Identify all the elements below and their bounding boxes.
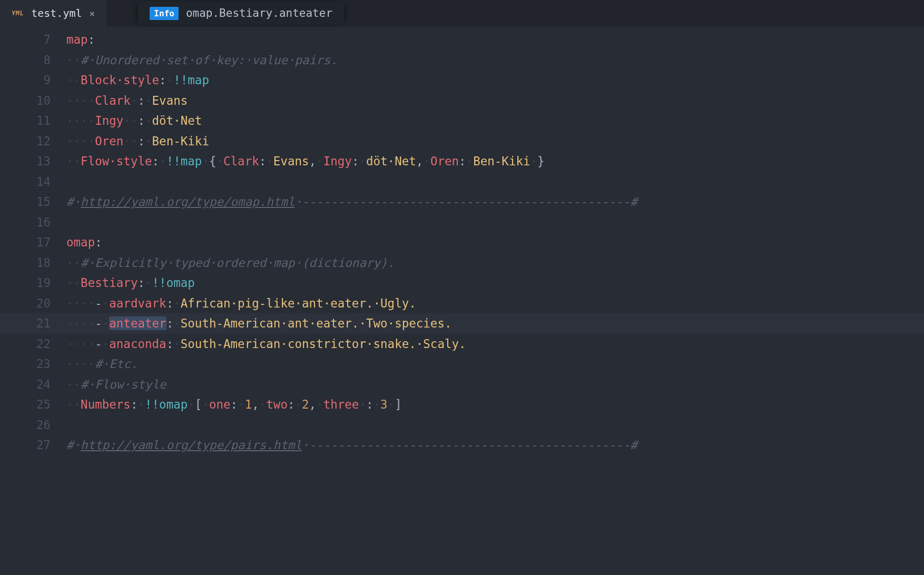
line-number: 16 <box>0 212 66 233</box>
line-content[interactable]: ····-·anteater:·South-American·ant·eater… <box>66 313 924 334</box>
line-number: 21 <box>0 313 66 334</box>
line-number: 7 <box>0 29 66 50</box>
line-number: 22 <box>0 334 66 354</box>
code-editor[interactable]: 7map:8··#·Unordered·set·of·key:·value·pa… <box>0 26 924 455</box>
code-line[interactable]: 25··Numbers:·!!omap·[·one:·1,·two:·2,·th… <box>0 394 924 415</box>
line-number: 9 <box>0 70 66 91</box>
line-content[interactable]: ····#·Etc. <box>66 354 924 374</box>
info-badge: Info <box>150 7 179 20</box>
line-number: 20 <box>0 293 66 314</box>
code-line[interactable]: 17omap: <box>0 232 924 253</box>
line-content[interactable]: ··#·Explicitly·typed·ordered·map·(dictio… <box>66 253 924 273</box>
line-content[interactable]: map: <box>66 29 924 50</box>
line-content[interactable] <box>66 415 924 435</box>
line-content[interactable]: ··Flow·style:·!!map·{·Clark:·Evans,·Ingy… <box>66 151 924 172</box>
code-line[interactable]: 14 <box>0 172 924 192</box>
code-line[interactable]: 8··#·Unordered·set·of·key:·value·pairs. <box>0 50 924 71</box>
line-content[interactable]: ··Block·style:·!!map <box>66 70 924 91</box>
yaml-file-icon: YML <box>11 9 24 17</box>
line-content[interactable]: ··Numbers:·!!omap·[·one:·1,·two:·2,·thre… <box>66 394 924 415</box>
line-number: 13 <box>0 151 66 172</box>
line-number: 12 <box>0 131 66 152</box>
line-content[interactable]: ··#·Flow·style <box>66 374 924 395</box>
line-content[interactable]: ··#·Unordered·set·of·key:·value·pairs. <box>66 50 924 71</box>
code-line[interactable]: 13··Flow·style:·!!map·{·Clark:·Evans,·In… <box>0 151 924 172</box>
line-number: 10 <box>0 91 66 111</box>
code-line[interactable]: 23····#·Etc. <box>0 354 924 374</box>
code-line[interactable]: 24··#·Flow·style <box>0 374 924 395</box>
line-content[interactable]: ····-·aardvark:·African·pig-like·ant·eat… <box>66 293 924 314</box>
code-line[interactable]: 9··Block·style:·!!map <box>0 70 924 91</box>
line-number: 17 <box>0 232 66 253</box>
code-line[interactable]: 26 <box>0 415 924 435</box>
tab-bar: YML test.yml × Info omap.Bestiary.anteat… <box>0 0 924 26</box>
code-line[interactable]: 19··Bestiary:·!!omap <box>0 273 924 293</box>
tab-filename: test.yml <box>31 7 82 19</box>
code-line[interactable]: 18··#·Explicitly·typed·ordered·map·(dict… <box>0 253 924 273</box>
code-line[interactable]: 20····-·aardvark:·African·pig-like·ant·e… <box>0 293 924 314</box>
code-line[interactable]: 22····-·anaconda:·South-American·constri… <box>0 334 924 354</box>
breadcrumb-path: omap.Bestiary.anteater <box>186 7 332 19</box>
code-line[interactable]: 7map: <box>0 29 924 50</box>
line-content[interactable]: #·http://yaml.org/type/pairs.html·------… <box>66 435 924 455</box>
breadcrumb[interactable]: Info omap.Bestiary.anteater <box>138 2 344 25</box>
code-line[interactable]: 21····-·anteater:·South-American·ant·eat… <box>0 313 924 334</box>
line-content[interactable]: #·http://yaml.org/type/omap.html·-------… <box>66 192 924 212</box>
line-number: 25 <box>0 394 66 415</box>
tab-file[interactable]: YML test.yml × <box>0 0 106 26</box>
code-line[interactable]: 10····Clark·:·Evans <box>0 91 924 111</box>
code-line[interactable]: 12····Oren··:·Ben-Kiki <box>0 131 924 152</box>
line-content[interactable]: ····Ingy··:·döt·Net <box>66 111 924 131</box>
code-line[interactable]: 16 <box>0 212 924 233</box>
line-number: 18 <box>0 253 66 273</box>
code-line[interactable]: 11····Ingy··:·döt·Net <box>0 111 924 131</box>
line-content[interactable]: ··Bestiary:·!!omap <box>66 273 924 293</box>
line-number: 19 <box>0 273 66 293</box>
line-content[interactable]: ····-·anaconda:·South-American·constrict… <box>66 334 924 354</box>
line-number: 11 <box>0 111 66 131</box>
line-content[interactable]: ····Clark·:·Evans <box>66 91 924 111</box>
line-number: 14 <box>0 172 66 192</box>
code-line[interactable]: 27#·http://yaml.org/type/pairs.html·----… <box>0 435 924 455</box>
line-content[interactable]: omap: <box>66 232 924 253</box>
line-number: 23 <box>0 354 66 374</box>
line-content[interactable] <box>66 172 924 192</box>
line-number: 15 <box>0 192 66 212</box>
line-number: 24 <box>0 374 66 395</box>
line-number: 26 <box>0 415 66 435</box>
line-number: 27 <box>0 435 66 455</box>
close-icon[interactable]: × <box>90 8 95 19</box>
line-content[interactable]: ····Oren··:·Ben-Kiki <box>66 131 924 152</box>
code-line[interactable]: 15#·http://yaml.org/type/omap.html·-----… <box>0 192 924 212</box>
line-number: 8 <box>0 50 66 71</box>
line-content[interactable] <box>66 212 924 233</box>
